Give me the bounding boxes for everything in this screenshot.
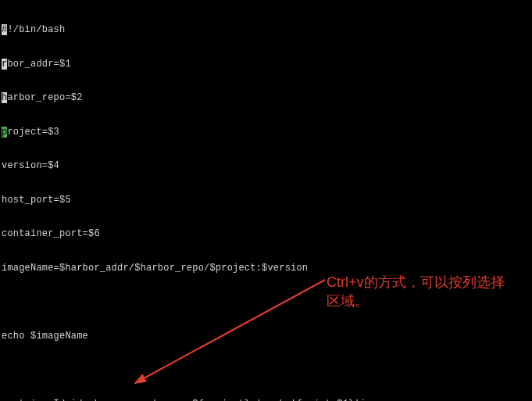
code-line: containerId=`docker ps -a | grep ${proje… <box>2 399 532 402</box>
code-text: arbor_repo=$2 <box>7 92 82 103</box>
code-line: host_port=$5 <box>2 195 532 206</box>
code-line: imageName=$harbor_addr/$harbor_repo/$pro… <box>2 263 532 274</box>
code-line: rbor_addr=$1 <box>2 59 532 70</box>
vim-editor[interactable]: #!/bin/bash rbor_addr=$1 harbor_repo=$2 … <box>0 0 532 401</box>
code-line: harbor_repo=$2 <box>2 92 532 104</box>
code-line <box>2 296 532 308</box>
code-line: echo $imageName <box>2 331 532 342</box>
code-line: project=$3 <box>2 127 532 138</box>
code-line: container_port=$6 <box>2 228 532 240</box>
code-line: version=$4 <box>2 160 532 172</box>
code-text: roject=$3 <box>7 127 59 138</box>
code-text: bor_addr=$1 <box>7 59 70 70</box>
code-line <box>2 364 532 376</box>
code-line: #!/bin/bash <box>2 24 532 36</box>
code-text: !/bin/bash <box>7 24 65 35</box>
